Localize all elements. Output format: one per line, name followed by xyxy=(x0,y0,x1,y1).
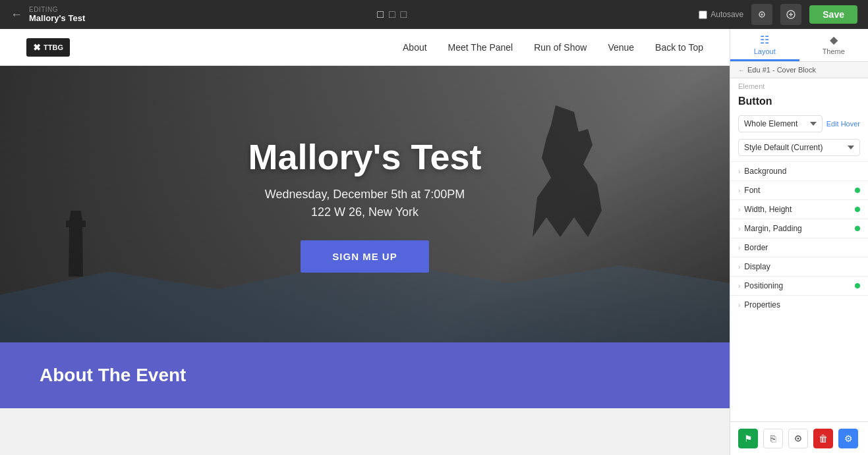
prop-row-font-left: › Font xyxy=(738,186,760,195)
prop-row-mp-left: › Margin, Padding xyxy=(738,224,802,233)
prop-row-properties[interactable]: › Properties xyxy=(730,295,868,314)
panel-bottom-toolbar: ⚑ ⎘ 🗑 ⚙ xyxy=(730,421,868,455)
site-header: ✖ TTBG About Meet The Panel Run of Show … xyxy=(0,29,730,66)
style-default-select[interactable]: Style Default (Current) xyxy=(738,139,860,156)
prop-row-display[interactable]: › Display xyxy=(730,257,868,276)
about-title: About The Event xyxy=(40,365,186,386)
prop-chevron-icon: › xyxy=(738,282,740,290)
autosave-label[interactable]: Autosave xyxy=(699,10,743,19)
prop-chevron-icon: › xyxy=(738,187,740,194)
save-button[interactable]: Save xyxy=(809,5,857,24)
prop-chevron-icon: › xyxy=(738,263,740,271)
autosave-checkbox[interactable] xyxy=(699,11,707,19)
logo-text: TTBG xyxy=(43,43,63,51)
prop-row-background[interactable]: › Background xyxy=(730,161,868,180)
tab-theme[interactable]: ◆ Theme xyxy=(799,29,869,61)
panel-section-title: Button xyxy=(730,92,868,113)
prop-label-width-height: Width, Height xyxy=(744,205,792,214)
element-label: Element xyxy=(730,78,868,92)
nav-item-about[interactable]: About xyxy=(403,42,427,53)
hero-section: Mallory's Test Wednesday, December 5th a… xyxy=(0,66,730,342)
prop-label-background: Background xyxy=(744,167,786,176)
prop-dot-margin-padding xyxy=(855,226,860,231)
svg-point-1 xyxy=(761,14,763,16)
hide-element-button[interactable] xyxy=(788,429,808,448)
page-name: Mallory's Test xyxy=(29,13,85,23)
nav-item-meet-panel[interactable]: Meet The Panel xyxy=(448,42,513,53)
nav-item-run-of-show[interactable]: Run of Show xyxy=(534,42,587,53)
preview-button[interactable] xyxy=(751,4,772,25)
whole-element-select[interactable]: Whole Element xyxy=(738,115,823,132)
about-section: About The Event xyxy=(0,342,730,408)
site-nav: About Meet The Panel Run of Show Venue B… xyxy=(403,42,703,53)
svg-point-4 xyxy=(797,438,799,440)
tab-theme-label: Theme xyxy=(823,47,845,55)
nav-item-venue[interactable]: Venue xyxy=(608,42,634,53)
prop-label-font: Font xyxy=(744,186,760,195)
desktop-icon[interactable]: □ xyxy=(377,9,384,20)
prop-dot-positioning xyxy=(855,283,860,288)
prop-row-display-left: › Display xyxy=(738,262,770,271)
mobile-icon[interactable]: □ xyxy=(401,9,407,20)
main-layout: ✖ TTBG About Meet The Panel Run of Show … xyxy=(0,29,868,455)
layout-icon: ☷ xyxy=(760,34,769,46)
prop-chevron-icon: › xyxy=(738,168,740,175)
breadcrumb-arrow-icon: ← xyxy=(738,67,745,74)
tab-layout[interactable]: ☷ Layout xyxy=(730,29,799,61)
edit-hover-button[interactable]: Edit Hover xyxy=(826,120,860,128)
prop-chevron-icon: › xyxy=(738,206,740,213)
prop-row-positioning-left: › Positioning xyxy=(738,281,783,290)
site-logo: ✖ TTBG xyxy=(26,38,70,57)
prop-dot-empty xyxy=(855,169,860,174)
tab-layout-label: Layout xyxy=(754,47,776,55)
breadcrumb[interactable]: ← Edu #1 - Cover Block xyxy=(730,62,868,78)
prop-chevron-icon: › xyxy=(738,225,740,232)
style-dropdown-row: Style Default (Current) xyxy=(730,138,868,161)
prop-row-background-left: › Background xyxy=(738,167,786,176)
hero-location: 122 W 26, New York xyxy=(311,205,419,219)
prop-chevron-icon: › xyxy=(738,302,740,309)
delete-element-button[interactable]: 🗑 xyxy=(813,429,833,448)
hero-date: Wednesday, December 5th at 7:00PM xyxy=(265,188,465,201)
prop-chevron-icon: › xyxy=(738,244,740,252)
logo-cross-icon: ✖ xyxy=(33,42,41,53)
prop-dot-empty xyxy=(855,245,860,250)
breadcrumb-text: Edu #1 - Cover Block xyxy=(747,66,816,74)
prop-dot-empty xyxy=(855,264,860,269)
prop-row-positioning[interactable]: › Positioning xyxy=(730,276,868,295)
prop-row-font[interactable]: › Font xyxy=(730,180,868,200)
right-panel: ☷ Layout ◆ Theme ← Edu #1 - Cover Block … xyxy=(730,29,868,455)
prop-dot-width-height xyxy=(855,207,860,212)
hero-title: Mallory's Test xyxy=(248,136,482,177)
prop-row-border[interactable]: › Border xyxy=(730,238,868,257)
top-bar-left: ← EDITING Mallory's Test xyxy=(11,6,85,23)
prop-row-margin-padding[interactable]: › Margin, Padding xyxy=(730,219,868,238)
top-bar-right: Autosave Save xyxy=(699,4,857,25)
hero-content: Mallory's Test Wednesday, December 5th a… xyxy=(0,66,730,342)
device-switcher: □ □ □ xyxy=(377,9,407,20)
save-element-button[interactable]: ⚑ xyxy=(738,429,758,448)
prop-label-properties: Properties xyxy=(744,300,780,309)
copy-element-button[interactable]: ⎘ xyxy=(763,429,783,448)
back-button[interactable]: ← xyxy=(11,8,22,22)
prop-row-wh-left: › Width, Height xyxy=(738,205,792,214)
prop-dot-empty xyxy=(855,302,860,308)
settings-element-button[interactable]: ⚙ xyxy=(838,429,858,448)
nav-item-back-to-top[interactable]: Back to Top xyxy=(655,42,703,53)
prop-row-border-left: › Border xyxy=(738,243,768,252)
prop-label-positioning: Positioning xyxy=(744,281,783,290)
prop-row-width-height[interactable]: › Width, Height xyxy=(730,200,868,219)
logo-box: ✖ TTBG xyxy=(26,38,70,57)
editing-label: EDITING Mallory's Test xyxy=(29,6,85,23)
hero-cta-button[interactable]: SIGN ME UP xyxy=(301,240,428,273)
prop-label-margin-padding: Margin, Padding xyxy=(744,224,801,233)
prop-dot-font xyxy=(855,188,860,193)
prop-label-display: Display xyxy=(744,262,770,271)
tablet-icon[interactable]: □ xyxy=(389,9,395,20)
collab-button[interactable] xyxy=(780,4,801,25)
editing-text: EDITING xyxy=(29,6,85,13)
prop-row-properties-left: › Properties xyxy=(738,300,780,309)
canvas-area: ✖ TTBG About Meet The Panel Run of Show … xyxy=(0,29,730,455)
prop-label-border: Border xyxy=(744,243,768,252)
panel-tabs: ☷ Layout ◆ Theme xyxy=(730,29,868,62)
